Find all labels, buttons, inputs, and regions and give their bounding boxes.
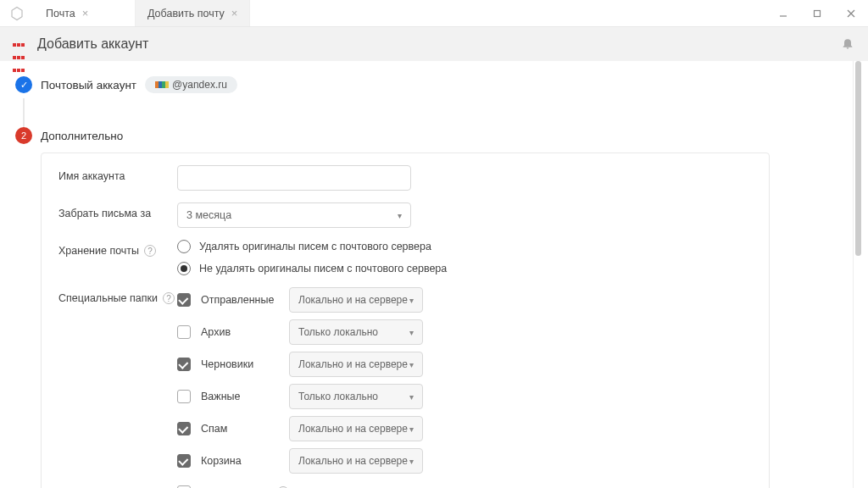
tab-bar: Почта × Добавить почту × — [0, 0, 868, 27]
checkbox-icon[interactable] — [177, 293, 191, 307]
folder-mode-select[interactable]: Локально и на сервере▾ — [289, 416, 423, 441]
folder-label: Отправленные — [201, 294, 279, 306]
chevron-down-icon: ▾ — [409, 296, 414, 305]
select-value: Только локально — [298, 326, 378, 338]
check-icon: ✓ — [15, 76, 32, 93]
select-value: Локально и на сервере — [298, 455, 408, 467]
folder-label: Важные — [201, 391, 279, 402]
select-value: Локально и на сервере — [298, 294, 408, 306]
chevron-down-icon: ▾ — [409, 457, 414, 466]
folder-label: Спам — [201, 423, 279, 435]
radio-icon — [177, 262, 191, 275]
select-value: 3 месяца — [186, 209, 231, 221]
folder-row: ВажныеТолько локально▾ — [177, 384, 423, 409]
label-account-name: Имя аккаунта — [58, 165, 177, 182]
tab-label: Добавить почту — [147, 8, 225, 19]
folder-label: Корзина — [201, 455, 279, 467]
folder-row: КорзинаЛокально и на сервере▾ — [177, 448, 423, 474]
select-value: Локально и на сервере — [298, 358, 408, 370]
close-icon[interactable]: × — [82, 8, 89, 19]
step-1: ✓ Почтовый аккаунт @yandex.ru — [15, 76, 853, 93]
radio-icon — [177, 240, 191, 253]
label-storage: Хранение почты ? — [58, 240, 177, 257]
folder-row: АрхивТолько локально▾ — [177, 319, 423, 345]
checkbox-icon[interactable] — [177, 422, 191, 435]
chevron-down-icon: ▾ — [409, 424, 414, 434]
chevron-down-icon: ▾ — [409, 392, 414, 402]
vertical-scrollbar[interactable] — [853, 61, 863, 488]
help-icon[interactable]: ? — [163, 292, 175, 304]
folder-mode-select[interactable]: Локально и на сервере▾ — [289, 352, 423, 377]
page-title: Добавить аккаунт — [37, 36, 148, 52]
folder-label: Черновики — [201, 358, 279, 370]
label-fetch-period: Забрать письма за — [58, 202, 177, 219]
tab-label: Почта — [46, 8, 75, 19]
checkbox-icon[interactable] — [177, 390, 191, 403]
radio-delete-originals[interactable]: Удалять оригиналы писем с почтового серв… — [177, 240, 447, 253]
fetch-period-select[interactable]: 3 месяца ▾ — [177, 202, 411, 228]
close-button[interactable] — [834, 0, 868, 27]
grid-icon[interactable] — [12, 36, 27, 52]
radio-keep-originals[interactable]: Не удалять оригиналы писем с почтового с… — [177, 262, 447, 275]
select-value: Локально и на сервере — [298, 423, 408, 435]
radio-label: Удалять оригиналы писем с почтового серв… — [199, 241, 431, 252]
chevron-down-icon: ▾ — [409, 360, 414, 369]
folder-row: ОтправленныеЛокально и на сервере▾ — [177, 287, 423, 313]
help-icon[interactable]: ? — [144, 245, 156, 257]
app-logo — [0, 0, 34, 26]
email-chip: @yandex.ru — [145, 76, 237, 93]
chevron-down-icon: ▾ — [409, 328, 414, 337]
scroll-thumb[interactable] — [855, 61, 861, 256]
window-controls — [766, 0, 868, 26]
folder-label: Архив — [201, 326, 279, 338]
maximize-button[interactable] — [800, 0, 834, 27]
checkbox-icon[interactable] — [177, 358, 191, 371]
step-2: 2 Дополнительно — [15, 127, 853, 144]
checkbox-icon[interactable] — [177, 325, 191, 339]
radio-label: Не удалять оригиналы писем с почтового с… — [199, 263, 447, 274]
step-connector — [23, 98, 25, 127]
step-number-icon: 2 — [15, 127, 32, 144]
chevron-down-icon: ▾ — [398, 211, 402, 220]
email-domain: @yandex.ru — [172, 79, 227, 91]
tab-mail[interactable]: Почта × — [34, 0, 136, 26]
close-icon[interactable]: × — [231, 8, 238, 19]
minimize-button[interactable] — [766, 0, 800, 27]
folder-row: СпамЛокально и на сервере▾ — [177, 416, 423, 441]
folder-mode-select[interactable]: Только локально▾ — [289, 319, 423, 345]
svg-rect-1 — [815, 10, 821, 16]
checkbox-icon[interactable] — [177, 454, 191, 468]
folder-mode-select[interactable]: Только локально▾ — [289, 384, 423, 409]
tab-add-mail[interactable]: Добавить почту × — [136, 0, 250, 26]
folder-mode-select[interactable]: Локально и на сервере▾ — [289, 287, 423, 313]
folder-mode-select[interactable]: Локально и на сервере▾ — [289, 448, 423, 474]
step-label: Дополнительно — [41, 130, 123, 142]
step-label: Почтовый аккаунт — [41, 79, 136, 92]
label-special-folders: Специальные папки ? — [58, 287, 177, 304]
select-value: Только локально — [298, 391, 378, 402]
folder-row: ЧерновикиЛокально и на сервере▾ — [177, 352, 423, 377]
bell-icon[interactable] — [841, 36, 854, 53]
page-header: Добавить аккаунт — [0, 27, 868, 61]
content-pane: ✓ Почтовый аккаунт @yandex.ru 2 Дополнит… — [0, 61, 853, 488]
form-card: Имя аккаунта Забрать письма за 3 месяца … — [41, 152, 770, 488]
account-name-input[interactable] — [177, 165, 411, 191]
